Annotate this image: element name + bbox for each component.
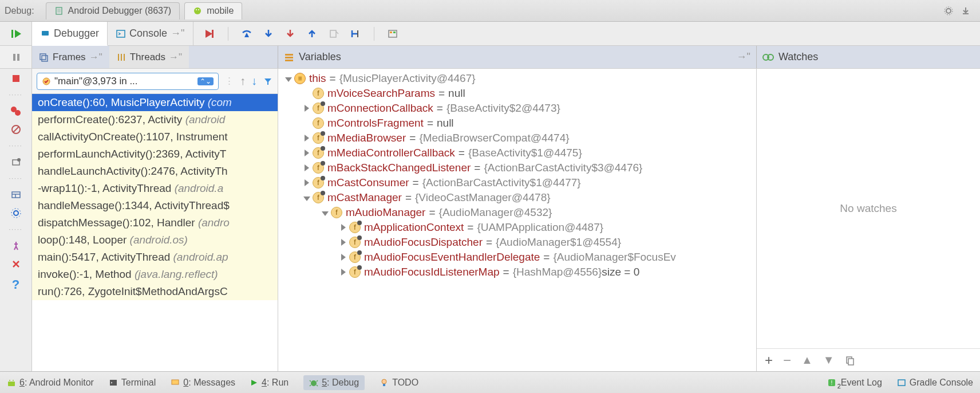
variable-row[interactable]: fmAudioFocusIdListenerMap={HashMap@4556}… xyxy=(278,265,756,280)
next-frame-icon[interactable]: ↓ xyxy=(251,74,257,88)
expand-icon[interactable] xyxy=(301,191,313,204)
variables-panel[interactable]: ≡this={MusicPlayerActivity@4467}fmVoiceS… xyxy=(278,69,757,371)
show-execution-point-icon[interactable] xyxy=(204,28,215,40)
svg-point-49 xyxy=(311,380,317,386)
frame-row[interactable]: -wrap11():-1, ActivityThread (android.a xyxy=(32,180,278,197)
variable-row[interactable]: fmAudioManager={AudioManager@4532} xyxy=(278,205,756,220)
copy-watch-icon[interactable] xyxy=(845,355,855,366)
pin-icon[interactable] xyxy=(11,241,21,251)
frame-row[interactable]: run():726, ZygoteInit$MethodAndArgsC xyxy=(32,283,278,300)
frame-row[interactable]: invoke():-1, Method (java.lang.reflect) xyxy=(32,266,278,283)
expand-icon[interactable] xyxy=(338,221,349,234)
frame-row[interactable]: dispatchMessage():102, Handler (andro xyxy=(32,214,278,231)
bottom-terminal[interactable]: Terminal xyxy=(109,378,156,388)
force-step-into-icon[interactable] xyxy=(284,28,296,40)
expand-icon[interactable] xyxy=(301,176,313,189)
watches-empty: No watches xyxy=(757,69,980,348)
expand-icon[interactable] xyxy=(338,236,349,249)
todo-icon xyxy=(380,378,389,387)
svg-rect-28 xyxy=(13,75,19,82)
field-icon: f xyxy=(349,251,361,263)
tab-console[interactable]: Console →" xyxy=(108,22,193,45)
gear-icon[interactable] xyxy=(943,6,954,16)
tab-mobile[interactable]: mobile xyxy=(184,2,242,19)
stop-icon[interactable] xyxy=(11,73,21,84)
resume-icon[interactable] xyxy=(10,27,22,40)
frame-row[interactable]: handleLaunchActivity():2476, ActivityTh xyxy=(32,163,278,180)
variable-row[interactable]: fmAudioFocusEventHandlerDelegate={AudioM… xyxy=(278,250,756,265)
expand-icon[interactable] xyxy=(338,266,349,278)
evaluate-expression-icon[interactable] xyxy=(387,28,398,40)
expand-icon[interactable] xyxy=(319,206,331,219)
step-into-icon[interactable] xyxy=(263,28,274,40)
bottom-todo[interactable]: TODO xyxy=(380,378,418,388)
remove-watch-icon[interactable]: − xyxy=(783,352,791,368)
debugger-icon xyxy=(40,28,50,38)
bottom-event-log[interactable]: ! 2 Event Log xyxy=(827,378,882,388)
variable-row[interactable]: fmControlsFragment=null xyxy=(278,116,756,131)
variable-row[interactable]: fmCastConsumer={ActionBarCastActivity$1@… xyxy=(278,175,756,190)
expand-icon[interactable] xyxy=(301,132,313,144)
mute-breakpoints-icon[interactable] xyxy=(11,124,21,135)
debug-toolbar: Debugger Console →" xyxy=(0,22,980,46)
breakpoints-icon[interactable] xyxy=(10,106,22,116)
variable-row[interactable]: fmVoiceSearchParams=null xyxy=(278,86,756,101)
bottom-gradle-console[interactable]: Gradle Console xyxy=(897,378,973,388)
step-over-icon[interactable] xyxy=(241,28,252,40)
settings-icon[interactable] xyxy=(11,208,21,218)
field-icon: f xyxy=(313,103,324,114)
top-bar: Debug: Android Debugger (8637) mobile xyxy=(0,0,980,22)
bottom-debug[interactable]: 5: Debug xyxy=(303,375,365,390)
get-thread-dump-icon[interactable] xyxy=(11,157,21,167)
frame-row[interactable]: loop():148, Looper (android.os) xyxy=(32,231,278,249)
frame-row[interactable]: callActivityOnCreate():1107, Instrument xyxy=(32,128,278,146)
console-icon xyxy=(116,29,126,39)
variable-row[interactable]: fmBackStackChangedListener={ActionBarCas… xyxy=(278,160,756,175)
prev-frame-icon[interactable]: ↑ xyxy=(240,74,246,88)
svg-marker-8 xyxy=(15,30,21,38)
frame-row[interactable]: performLaunchActivity():2369, ActivityT xyxy=(32,146,278,163)
step-out-icon[interactable] xyxy=(306,28,318,40)
run-to-cursor-icon[interactable] xyxy=(350,28,361,40)
frame-row[interactable]: handleMessage():1344, ActivityThread$ xyxy=(32,197,278,214)
frame-row[interactable]: main():5417, ActivityThread (android.ap xyxy=(32,249,278,266)
tab-android-debugger[interactable]: Android Debugger (8637) xyxy=(46,2,180,19)
tab-threads[interactable]: Threads →" xyxy=(109,46,189,68)
variable-row[interactable]: fmCastManager={VideoCastManager@4478} xyxy=(278,190,756,205)
svg-point-2 xyxy=(194,7,201,14)
expand-icon[interactable] xyxy=(338,251,349,264)
frames-list[interactable]: onCreate():60, MusicPlayerActivity (comp… xyxy=(32,94,278,371)
add-watch-icon[interactable]: + xyxy=(765,352,773,368)
thread-selector[interactable]: "main"@3,973 in ... ⌃⌄ xyxy=(37,73,219,90)
variable-row[interactable]: fmMediaControllerCallback={BaseActivity$… xyxy=(278,146,756,160)
tab-debugger[interactable]: Debugger xyxy=(32,22,108,46)
frame-row[interactable]: onCreate():60, MusicPlayerActivity (com xyxy=(32,94,278,111)
move-up-icon[interactable]: ▲ xyxy=(801,353,813,367)
move-down-icon[interactable]: ▼ xyxy=(823,353,835,367)
download-icon[interactable] xyxy=(961,6,971,16)
expand-icon[interactable] xyxy=(301,147,313,159)
variable-row[interactable]: fmMediaBrowser={MediaBrowserCompat@4474} xyxy=(278,131,756,146)
variable-row[interactable]: fmAudioFocusDispatcher={AudioManager$1@4… xyxy=(278,235,756,250)
restore-layout-icon[interactable] xyxy=(11,190,21,200)
svg-rect-35 xyxy=(12,192,20,198)
expand-icon[interactable] xyxy=(301,162,313,174)
watches-panel: No watches + − ▲ ▼ xyxy=(757,69,980,371)
variable-row[interactable]: ≡this={MusicPlayerActivity@4467} xyxy=(278,71,756,86)
variable-row[interactable]: fmConnectionCallback={BaseActivity$2@447… xyxy=(278,101,756,116)
svg-rect-54 xyxy=(898,380,905,386)
expand-icon[interactable] xyxy=(301,102,313,115)
help-icon[interactable]: ? xyxy=(12,277,19,292)
frame-row[interactable]: performCreate():6237, Activity (android xyxy=(32,111,278,128)
bottom-android-monitor[interactable]: 6: Android Monitor xyxy=(7,378,94,388)
filter-icon[interactable] xyxy=(263,76,273,87)
variable-row[interactable]: fmApplicationContext={UAMPApplication@44… xyxy=(278,220,756,235)
tab-frames[interactable]: Frames →" xyxy=(32,46,109,68)
svg-rect-24 xyxy=(285,57,293,58)
drop-frame-icon[interactable] xyxy=(328,28,339,40)
expand-icon[interactable] xyxy=(283,72,294,85)
bottom-run[interactable]: 4: Run xyxy=(250,378,289,388)
close-icon[interactable] xyxy=(11,259,21,269)
bottom-messages[interactable]: 0: Messages xyxy=(171,378,235,388)
pause-icon[interactable] xyxy=(11,52,21,62)
